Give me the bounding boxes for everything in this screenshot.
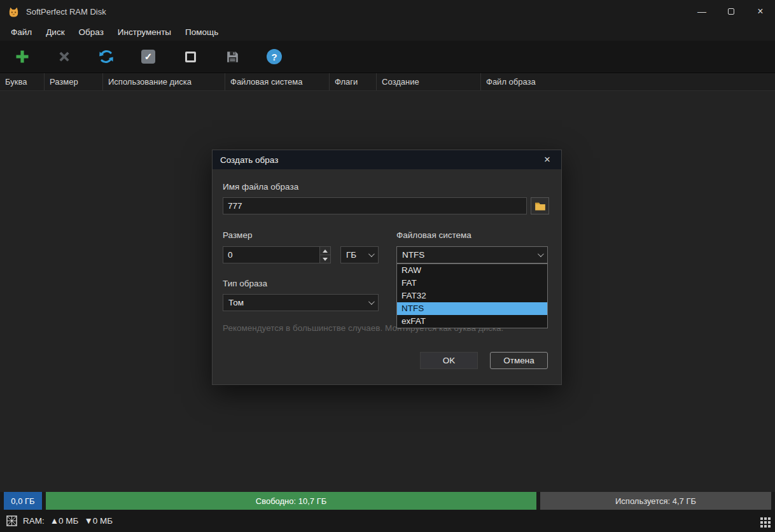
maximize-button[interactable]	[716, 0, 746, 23]
spin-up-icon	[323, 249, 328, 253]
size-spin-up[interactable]	[320, 247, 330, 255]
menubar: Файл Диск Образ Инструменты Помощь	[0, 23, 775, 41]
add-disk-button[interactable]	[13, 47, 32, 66]
unmount-square-icon	[185, 52, 196, 62]
save-image-icon	[225, 49, 241, 65]
list-column-headers: Буква Размер Использование диска Файлова…	[0, 73, 775, 91]
unmount-button[interactable]	[181, 47, 200, 66]
delete-disk-icon	[56, 48, 73, 65]
titlebar: SoftPerfect RAM Disk — ×	[0, 0, 775, 23]
column-letter[interactable]: Буква	[0, 73, 45, 90]
dialog-close-button[interactable]: ×	[533, 150, 561, 169]
save-image-button[interactable]	[223, 47, 242, 66]
chevron-down-icon	[368, 298, 375, 305]
create-image-dialog: Создать образ × Имя файла образа Размер …	[212, 150, 562, 385]
maximize-icon	[728, 8, 734, 15]
dialog-title: Создать образ	[220, 155, 278, 165]
refresh-button[interactable]	[97, 47, 116, 66]
image-type-label: Тип образа	[223, 279, 267, 288]
size-label: Размер	[223, 230, 252, 240]
filesystem-select[interactable]: NTFS	[396, 246, 548, 263]
delete-disk-button[interactable]	[55, 47, 74, 66]
size-input[interactable]	[223, 247, 319, 263]
chevron-down-icon	[538, 251, 544, 257]
close-button[interactable]: ×	[746, 0, 775, 23]
size-stepper	[223, 246, 331, 263]
grid-grip-icon[interactable]	[759, 516, 773, 530]
size-unit-value: ГБ	[346, 250, 356, 260]
filesystem-option-exfat[interactable]: exFAT	[397, 315, 547, 328]
ram-label: RAM:	[23, 516, 45, 526]
filesystem-option-fat[interactable]: FAT	[397, 277, 547, 290]
column-filesystem[interactable]: Файловая система	[225, 73, 330, 90]
filesystem-option-raw[interactable]: RAW	[397, 264, 547, 277]
size-spin-down[interactable]	[320, 255, 330, 263]
image-type-value: Том	[228, 298, 244, 307]
add-disk-icon	[14, 48, 31, 65]
dialog-body: Имя файла образа Размер Файловая система…	[213, 169, 561, 385]
filesystem-label: Файловая система	[396, 230, 471, 240]
free-memory-bar: Свободно: 10,7 ГБ	[46, 492, 536, 510]
menu-image[interactable]: Образ	[72, 25, 111, 39]
ram-chip-icon	[6, 515, 17, 526]
refresh-icon	[98, 48, 115, 65]
dialog-titlebar: Создать образ ×	[213, 150, 561, 169]
toolbar: ✓ ?	[0, 41, 775, 73]
size-unit-select[interactable]: ГБ	[340, 246, 379, 263]
column-size[interactable]: Размер	[45, 73, 103, 90]
menu-tools[interactable]: Инструменты	[111, 25, 178, 39]
filesystem-option-ntfs[interactable]: NTFS	[397, 302, 547, 315]
used-memory-bar: Используется: 4,7 ГБ	[540, 492, 771, 510]
ram-delta-down: ▼0 МБ	[84, 516, 113, 526]
cancel-button[interactable]: Отмена	[490, 352, 548, 369]
mount-button[interactable]: ✓	[139, 47, 158, 66]
mount-check-icon: ✓	[141, 50, 155, 64]
chevron-down-icon	[368, 251, 375, 257]
minimize-button[interactable]: —	[687, 0, 716, 23]
size-spin-buttons	[319, 247, 330, 263]
image-type-select[interactable]: Том	[223, 294, 379, 311]
help-button[interactable]: ?	[265, 47, 284, 66]
total-size-badge: 0,0 ГБ	[4, 492, 42, 510]
ram-delta-up: ▲0 МБ	[50, 516, 79, 526]
window-controls: — ×	[687, 0, 775, 23]
ok-button[interactable]: OK	[420, 352, 478, 369]
browse-button[interactable]	[531, 197, 549, 214]
app-window: SoftPerfect RAM Disk — × Файл Диск Образ…	[0, 0, 775, 532]
menu-file[interactable]: Файл	[4, 25, 39, 39]
window-title: SoftPerfect RAM Disk	[26, 7, 106, 17]
spin-down-icon	[323, 258, 328, 261]
folder-icon	[534, 201, 546, 211]
column-disk-usage[interactable]: Использование диска	[103, 73, 225, 90]
menu-disk[interactable]: Диск	[39, 25, 71, 39]
statusbar: 0,0 ГБ Свободно: 10,7 ГБ Используется: 4…	[0, 492, 775, 510]
help-icon: ?	[267, 49, 282, 64]
filesystem-option-fat32[interactable]: FAT32	[397, 290, 547, 302]
column-creation[interactable]: Создание	[377, 73, 481, 90]
filesystem-dropdown-list: RAW FAT FAT32 NTFS exFAT	[396, 263, 548, 328]
column-flags[interactable]: Флаги	[330, 73, 377, 90]
menu-help[interactable]: Помощь	[178, 25, 225, 39]
ram-info-bar: RAM: ▲0 МБ ▼0 МБ	[0, 510, 775, 532]
filename-label: Имя файла образа	[223, 182, 298, 192]
filesystem-value: NTFS	[402, 250, 424, 260]
column-image-file[interactable]: Файл образа	[481, 73, 775, 90]
filename-input[interactable]	[223, 197, 527, 214]
app-icon	[8, 5, 20, 18]
